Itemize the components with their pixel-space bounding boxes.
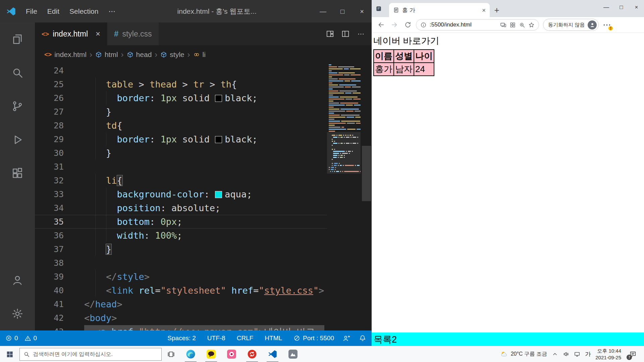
address-bar[interactable]: :5500/index.html — [416, 19, 539, 31]
code-line-37[interactable]: 37} — [35, 242, 327, 256]
code-line-34[interactable]: 34position: absolute; — [35, 201, 327, 215]
code-line-26[interactable]: 26border: 1px solid black; — [35, 91, 327, 105]
tab-close-icon[interactable]: × — [96, 30, 100, 38]
table-header-cell: 성별 — [394, 50, 414, 63]
edge-minimize-button[interactable]: — — [599, 0, 614, 15]
code-line-38[interactable]: 38 — [35, 256, 327, 270]
clock[interactable]: 오후 10:44 2021-09-25 — [595, 348, 621, 361]
code-line-29[interactable]: 29border: 1px solid black; — [35, 132, 327, 146]
breadcrumb-item-head[interactable]: head — [127, 51, 152, 59]
status-item-spaces[interactable]: Spaces: 2 — [167, 335, 196, 342]
favorites-star-icon[interactable] — [528, 22, 535, 28]
status-item-utf8[interactable]: UTF-8 — [207, 335, 225, 342]
code-area[interactable]: 2425table > thead > tr > th{26border: 1p… — [35, 64, 327, 330]
search-activity-button[interactable] — [0, 56, 35, 89]
breadcrumb-item-style[interactable]: style — [160, 51, 184, 59]
editor-layout-button[interactable] — [339, 27, 352, 41]
sync-app-taskbar-button[interactable] — [242, 346, 262, 362]
hidden-icons-chevron-icon[interactable] — [552, 351, 558, 357]
misc-app-taskbar-button[interactable] — [283, 346, 303, 362]
task-view-button[interactable] — [162, 346, 180, 362]
code-line-32[interactable]: 32li{ — [35, 174, 327, 187]
naver-link[interactable]: 네이버 바로가기 — [373, 35, 439, 47]
account-activity-button[interactable] — [0, 263, 35, 297]
run-debug-activity-button[interactable] — [0, 123, 35, 157]
color-swatch-aqua[interactable] — [215, 191, 222, 198]
menu-file[interactable]: File — [21, 7, 42, 15]
vscode-minimize-button[interactable]: — — [313, 0, 333, 22]
code-editor[interactable]: 2425table > thead > tr > th{26border: 1p… — [35, 64, 372, 330]
code-token: body — [90, 313, 111, 323]
settings-gear-activity-button[interactable] — [0, 297, 35, 330]
code-line-36[interactable]: 36width: 100%; — [35, 229, 327, 242]
volume-icon[interactable] — [563, 351, 569, 357]
ime-indicator[interactable]: 가 — [585, 350, 591, 358]
editor-tab-style.css[interactable]: #style.css — [107, 22, 159, 45]
vscode-close-button[interactable]: × — [352, 0, 372, 22]
extensions-activity-button[interactable] — [0, 157, 35, 190]
zoom-icon[interactable] — [519, 22, 525, 28]
forward-button[interactable] — [388, 18, 401, 32]
code-line-42[interactable]: 42<body> — [35, 311, 327, 325]
notifications-button[interactable] — [359, 335, 366, 342]
taskbar-search[interactable] — [19, 348, 162, 361]
action-center-button[interactable]: 7 — [626, 346, 640, 362]
browser-menu-button[interactable]: ⋯ ! — [600, 18, 613, 32]
breadcrumb-item-index.html[interactable]: <>index.html — [44, 51, 87, 59]
code-line-31[interactable]: 31 — [35, 160, 327, 174]
edge-close-button[interactable]: × — [629, 0, 644, 15]
code-line-41[interactable]: 41</head> — [35, 297, 327, 311]
start-button[interactable] — [0, 346, 19, 362]
breadcrumb-item-li[interactable]: li — [193, 51, 206, 59]
code-line-35[interactable]: 35bottom: 0px; — [35, 215, 327, 229]
kakaotalk-taskbar-button[interactable] — [201, 346, 221, 362]
browser-tab[interactable]: 홍 가 × — [389, 3, 490, 17]
edge-maximize-button[interactable]: □ — [614, 0, 629, 15]
tab-close-icon[interactable]: × — [482, 7, 486, 13]
status-item-crlf[interactable]: CRLF — [237, 335, 254, 342]
code-line-28[interactable]: 28td{ — [35, 119, 327, 132]
menu-edit[interactable]: Edit — [42, 7, 64, 15]
code-line-39[interactable]: 39</style> — [35, 270, 327, 284]
collections-icon[interactable] — [509, 22, 516, 28]
network-icon[interactable] — [574, 351, 580, 357]
vscode-taskbar-button[interactable] — [262, 346, 283, 362]
edge-taskbar-button[interactable] — [180, 346, 201, 362]
search-input[interactable] — [33, 351, 158, 357]
tab-actions-button[interactable] — [372, 0, 386, 17]
editor-more-actions-button[interactable]: ⋯ — [354, 27, 368, 41]
url-text[interactable]: :5500/index.html — [430, 21, 497, 28]
back-button[interactable] — [374, 18, 388, 32]
menu-selection[interactable]: Selection — [64, 7, 103, 15]
paint-app-taskbar-button[interactable] — [221, 346, 242, 362]
code-line-27[interactable]: 27} — [35, 105, 327, 119]
horizontal-scrollbar[interactable] — [84, 325, 324, 330]
code-line-40[interactable]: 40<link rel="stylesheet" href="style.css… — [35, 284, 327, 297]
feedback-button[interactable] — [343, 335, 350, 342]
profile-button[interactable]: 동기화하지 않음 — [543, 19, 599, 31]
minimap[interactable] — [327, 64, 361, 330]
code-line-30[interactable]: 30} — [35, 146, 327, 160]
code-line-24[interactable]: 24 — [35, 64, 327, 77]
minimap-slider[interactable] — [327, 132, 361, 174]
source-control-activity-button[interactable] — [0, 89, 35, 123]
problems-indicator[interactable]: 0 0 — [5, 335, 37, 342]
send-to-devices-icon[interactable] — [500, 22, 506, 28]
site-info-icon[interactable] — [420, 22, 427, 28]
code-line-33[interactable]: 33background-color: aqua; — [35, 187, 327, 201]
status-item-html[interactable]: HTML — [265, 335, 282, 342]
new-tab-button[interactable]: + — [490, 3, 504, 17]
editor-tab-index.html[interactable]: <>index.html× — [35, 22, 107, 45]
menu-more[interactable]: ⋯ — [103, 7, 120, 15]
split-editor-button[interactable] — [323, 27, 337, 41]
breadcrumb-item-html[interactable]: html — [95, 51, 118, 59]
color-swatch-black[interactable] — [215, 95, 222, 102]
color-swatch-black[interactable] — [215, 136, 222, 143]
explorer-activity-button[interactable] — [0, 22, 35, 56]
refresh-button[interactable] — [401, 18, 415, 32]
port-indicator[interactable]: Port : 5500 — [293, 335, 334, 342]
code-line-25[interactable]: 25table > thead > tr > th{ — [35, 77, 327, 91]
vscode-maximize-button[interactable]: □ — [333, 0, 352, 22]
vertical-scrollbar[interactable] — [362, 146, 371, 201]
weather-widget[interactable]: 20°C 구름 조금 — [500, 350, 547, 358]
